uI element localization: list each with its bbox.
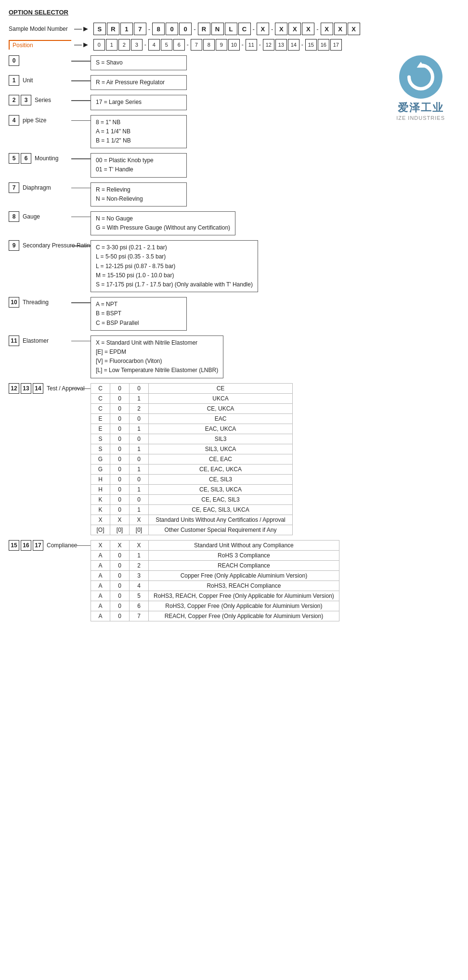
position-box: 13 xyxy=(275,39,287,51)
approval-table: C00CEC01UKCAC02CE, UKCAE00EACE01EAC, UKC… xyxy=(91,383,293,535)
table-row: A07REACH, Copper Free (Only Applicable f… xyxy=(91,611,339,621)
table-row: A01RoHS 3 Compliance xyxy=(91,550,339,560)
code-cell: A xyxy=(91,601,110,611)
option-section: 9Secondary Pressure RatingC = 3-30 psi (… xyxy=(9,240,459,292)
code-cell: 1 xyxy=(130,550,149,560)
option-section: 1UnitR = Air Pressure Regulator xyxy=(9,75,459,90)
code-cell: 0 xyxy=(110,611,130,621)
table-row: C01UKCA xyxy=(91,393,293,403)
code-cell: 0 xyxy=(110,591,130,601)
option-box: R = RelievingN = Non-Relieving xyxy=(91,182,187,206)
badge-group: 1Unit xyxy=(9,75,71,86)
code-cell: X xyxy=(110,515,130,525)
description-cell: CE, EAC, SIL3, UKCA xyxy=(149,504,293,515)
code-cell: 0 xyxy=(130,413,149,424)
model-box: 0 xyxy=(179,23,192,35)
option-section: 10ThreadingA = NPTB = BSPTC = BSP Parall… xyxy=(9,297,459,331)
model-box: X xyxy=(302,23,314,35)
connector-line xyxy=(71,153,91,159)
code-cell: 0 xyxy=(110,393,130,403)
code-cell: 1 xyxy=(130,504,149,515)
table-row: [O][0][0]Other Customer Special Requirem… xyxy=(91,525,293,535)
compliance-table: XXXStandard Unit Without any ComplianceA… xyxy=(91,540,339,621)
section-name: Mounting xyxy=(35,155,58,162)
code-cell: K xyxy=(91,494,110,504)
section-badge: 12 xyxy=(9,383,19,394)
table-row: C00CE xyxy=(91,383,293,393)
code-cell: 0 xyxy=(110,434,130,444)
code-cell: 0 xyxy=(110,580,130,591)
table-row: XXXStandard Units Without Any Certificat… xyxy=(91,515,293,525)
code-cell: H xyxy=(91,474,110,484)
option-section: 11ElastomerX = Standard Unit with Nitril… xyxy=(9,335,459,378)
description-cell: REACH Compliance xyxy=(149,560,339,570)
code-cell: X xyxy=(130,515,149,525)
description-cell: CE, EAC xyxy=(149,454,293,464)
connector-line xyxy=(71,55,91,62)
connector-line xyxy=(71,182,91,189)
code-cell: 6 xyxy=(130,601,149,611)
position-box: 11 xyxy=(246,39,257,51)
section-badge: 16 xyxy=(21,540,31,551)
code-cell: 0 xyxy=(110,504,130,515)
position-box: 1 xyxy=(106,39,117,51)
description-cell: CE xyxy=(149,383,293,393)
badge-group: 0 xyxy=(9,55,71,66)
connector-line xyxy=(71,540,91,546)
code-cell: X xyxy=(91,515,110,525)
badge-group: 9Secondary Pressure Rating xyxy=(9,240,71,251)
code-cell: A xyxy=(91,550,110,560)
position-box: 6 xyxy=(173,39,185,51)
table-row: H00CE, SIL3 xyxy=(91,474,293,484)
option-section: 7DiaphragmR = RelievingN = Non-Relieving xyxy=(9,182,459,206)
code-cell: X xyxy=(130,540,149,550)
option-section: 56Mounting00 = Plastic Knob type01 = T' … xyxy=(9,153,459,177)
model-label: Sample Model Number xyxy=(9,26,71,32)
position-box: 14 xyxy=(288,39,299,51)
description-cell: EAC xyxy=(149,413,293,424)
code-cell: E xyxy=(91,413,110,424)
section-badge: 11 xyxy=(9,335,19,346)
model-box: S xyxy=(93,23,106,35)
connector-line xyxy=(71,75,91,81)
code-cell: 0 xyxy=(130,494,149,504)
model-box: X xyxy=(321,23,333,35)
position-boxes: 0123-456-78910-11-121314-151617 xyxy=(93,39,342,51)
code-cell: 0 xyxy=(110,550,130,560)
badge-group: 4pipe Size xyxy=(9,115,71,126)
option-box: 8 = 1" NBA = 1 1/4" NBB = 1 1/2" NB xyxy=(91,115,187,149)
code-cell: C xyxy=(91,383,110,393)
description-cell: SIL3 xyxy=(149,434,293,444)
description-cell: UKCA xyxy=(149,393,293,403)
section-badge: 6 xyxy=(21,153,31,164)
code-cell: 0 xyxy=(110,383,130,393)
table-row: S00SIL3 xyxy=(91,434,293,444)
model-number-boxes: SR17-800-RNLC-X-XXX-XXX xyxy=(93,23,360,35)
description-cell: Standard Units Without Any Certificatios… xyxy=(149,515,293,525)
section-badge: 10 xyxy=(9,297,19,308)
code-cell: H xyxy=(91,484,110,494)
description-cell: RoHS3, REACH, Copper Free (Only Applicab… xyxy=(149,591,339,601)
code-cell: 0 xyxy=(110,560,130,570)
position-box: 7 xyxy=(191,39,202,51)
test-approval-section: 121314Test / ApprovalC00CEC01UKCAC02CE, … xyxy=(9,383,459,535)
section-badge: 1 xyxy=(9,75,19,86)
model-box: R xyxy=(107,23,119,35)
table-row: E01EAC, UKCA xyxy=(91,424,293,434)
option-section: 4pipe Size8 = 1" NBA = 1 1/4" NBB = 1 1/… xyxy=(9,115,459,149)
code-cell: 0 xyxy=(110,601,130,611)
position-box: 17 xyxy=(330,39,342,51)
position-box: 5 xyxy=(161,39,172,51)
section-name: Elastomer xyxy=(23,337,49,344)
model-box: 0 xyxy=(166,23,178,35)
compliance-section: 151617ComplianceXXXStandard Unit Without… xyxy=(9,540,459,621)
position-box: 16 xyxy=(318,39,329,51)
code-cell: 0 xyxy=(130,474,149,484)
code-cell: 0 xyxy=(110,494,130,504)
code-cell: 4 xyxy=(130,580,149,591)
code-cell: 0 xyxy=(110,570,130,580)
section-name: pipe Size xyxy=(23,117,46,124)
connector-line xyxy=(71,115,91,121)
connector-line xyxy=(71,240,91,246)
model-box: 7 xyxy=(134,23,146,35)
